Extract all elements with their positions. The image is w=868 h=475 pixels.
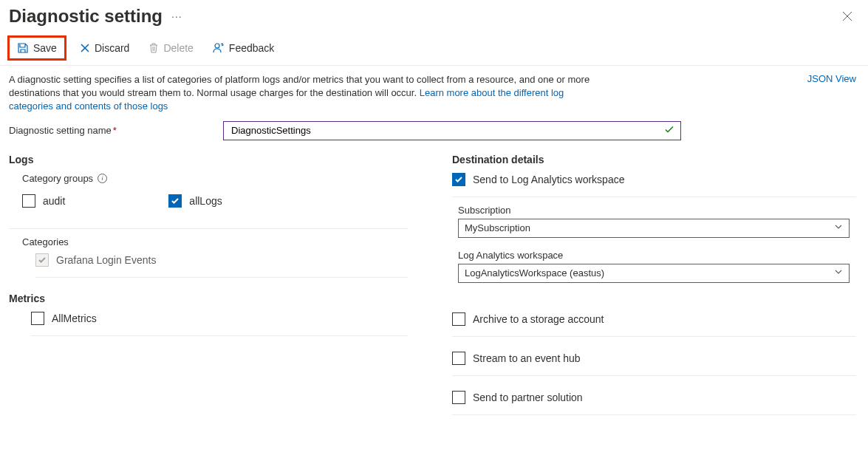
send-la-label: Send to Log Analytics workspace [473,174,624,185]
description-text: A diagnostic setting specifies a list of… [9,73,600,114]
divider [9,228,408,229]
close-icon [842,11,852,21]
archive-checkbox[interactable] [452,312,465,326]
send-la-checkbox[interactable] [452,173,465,186]
allmetrics-checkbox[interactable] [31,312,44,325]
save-button[interactable]: Save [11,39,63,57]
divider [452,197,856,197]
workspace-label: Log Analytics workspace [458,250,856,261]
stream-label: Stream to an event hub [473,352,581,364]
delete-button[interactable]: Delete [143,39,199,57]
divider [452,414,856,415]
save-highlight: Save [7,35,66,61]
name-input-wrap [223,121,681,140]
chevron-down-icon [834,222,843,233]
divider [452,375,856,376]
feedback-button[interactable]: Feedback [207,39,280,57]
valid-check-icon [664,124,674,137]
category-groups-text: Category groups [22,173,93,184]
alllogs-label: allLogs [189,195,222,207]
logs-title: Logs [9,154,423,165]
partner-label: Send to partner solution [473,392,583,403]
page-title: Diagnostic setting [9,6,163,27]
subscription-label: Subscription [458,205,856,216]
archive-label: Archive to a storage account [473,313,604,325]
json-view-link[interactable]: JSON View [807,73,856,84]
toolbar: Save Discard Delete Feedback [0,33,868,66]
info-icon[interactable]: i [98,174,107,183]
close-button[interactable] [838,7,856,25]
grafana-label: Grafana Login Events [56,254,156,266]
destination-title: Destination details [452,154,856,165]
workspace-value: LogAnalyticsWorkspace (eastus) [465,267,604,278]
chevron-down-icon [834,267,843,278]
alllogs-row: allLogs [168,194,222,208]
metrics-title: Metrics [9,293,423,304]
discard-button[interactable]: Discard [74,39,135,57]
subscription-select[interactable]: MySubscription [458,219,850,238]
categories-label: Categories [9,236,423,247]
name-label: Diagnostic setting name* [9,125,208,136]
audit-checkbox[interactable] [22,194,35,208]
delete-icon [148,42,159,54]
category-groups-label: Category groups i [9,173,423,184]
audit-label: audit [43,195,65,207]
delete-label: Delete [163,42,193,54]
alllogs-checkbox[interactable] [168,194,182,208]
discard-label: Discard [95,42,129,54]
required-asterisk: * [113,125,117,136]
svg-point-0 [215,44,219,48]
stream-checkbox[interactable] [452,352,465,365]
allmetrics-label: AllMetrics [52,312,97,324]
feedback-icon [213,42,225,54]
subscription-value: MySubscription [465,222,530,233]
divider [31,335,408,336]
discard-icon [80,43,90,53]
divider [35,277,408,278]
name-label-text: Diagnostic setting name [9,125,112,136]
grafana-checkbox[interactable] [35,253,49,267]
more-icon[interactable]: ··· [171,10,182,22]
name-input[interactable] [230,124,660,137]
partner-checkbox[interactable] [452,391,465,404]
audit-row: audit [22,194,65,208]
save-icon [17,42,29,54]
save-label: Save [33,42,57,54]
feedback-label: Feedback [229,42,274,54]
workspace-select[interactable]: LogAnalyticsWorkspace (eastus) [458,264,850,283]
divider [452,336,856,337]
